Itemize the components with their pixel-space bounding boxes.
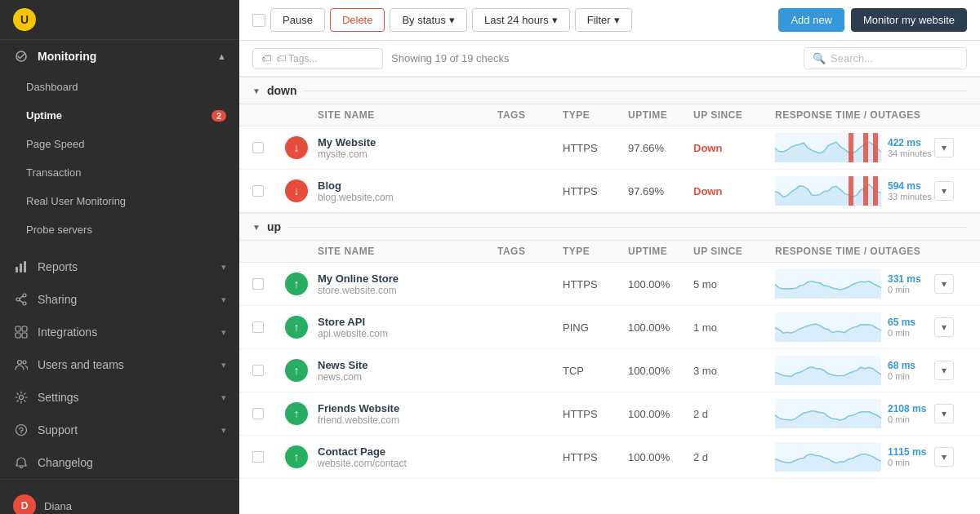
svg-rect-1 [16, 267, 18, 273]
site-name[interactable]: Contact Page [318, 445, 497, 458]
sparkline-chart [775, 176, 881, 206]
sidebar-item-support[interactable]: Support ▾ [0, 414, 239, 446]
table-row: ↑ News Site news.com TCP100.00%3 mo 68 m… [239, 349, 980, 392]
row-action-button[interactable]: ▾ [934, 317, 954, 337]
section-line-down [303, 91, 967, 91]
uptime-cell: 100.00% [628, 451, 693, 463]
col-headers-up: SITE NAMETAGSTYPEUPTIMEUP SINCERESPONSE … [239, 241, 980, 263]
sidebar-item-sharing[interactable]: Sharing ▾ [0, 283, 239, 316]
sidebar-item-users-teams[interactable]: Users and teams ▾ [0, 348, 239, 381]
section-triangle-up[interactable]: ▼ [252, 223, 261, 232]
toolbar-left: Pause Delete By status ▾ Last 24 hours ▾… [252, 8, 772, 32]
table-row: ↑ Store API api.website.com PING100.00%1… [239, 306, 980, 349]
up-since-cell: 1 mo [693, 321, 775, 334]
response-time-info: 68 ms 0 min [888, 360, 915, 381]
sidebar-item-reports[interactable]: Reports ▾ [0, 250, 239, 283]
svg-point-12 [23, 361, 26, 364]
site-name[interactable]: Friends Website [318, 402, 497, 414]
search-box[interactable]: 🔍 Search... [804, 47, 967, 69]
row-checkbox[interactable] [252, 321, 264, 333]
row-action-button[interactable]: ▾ [934, 274, 954, 294]
transaction-label: Transaction [26, 166, 81, 179]
delete-button[interactable]: Delete [330, 8, 385, 32]
uptime-badge: 2 [212, 110, 226, 122]
add-new-button[interactable]: Add new [778, 8, 844, 32]
filter-button[interactable]: Filter ▾ [575, 8, 632, 32]
row-checkbox[interactable] [252, 365, 264, 376]
sidebar-item-settings[interactable]: Settings ▾ [0, 381, 239, 414]
sidebar-item-uptime[interactable]: Uptime 2 [0, 101, 239, 130]
sidebar-bottom: D Diana [0, 479, 239, 514]
response-ms: 65 ms [888, 317, 915, 328]
settings-icon [13, 389, 29, 405]
site-info: Friends Website friend.website.com [318, 402, 497, 426]
sparkline-chart [775, 133, 881, 162]
site-name[interactable]: News Site [318, 359, 497, 371]
changelog-label: Changelog [38, 456, 93, 469]
row-checkbox[interactable] [252, 185, 264, 197]
row-action-button[interactable]: ▾ [934, 181, 954, 201]
site-name[interactable]: My Online Store [318, 273, 497, 285]
monitoring-chevron: ▲ [217, 51, 226, 61]
response-time-info: 594 ms 33 minutes [888, 180, 932, 202]
site-name[interactable]: My Website [318, 136, 497, 148]
col-header-4: TYPE [563, 109, 628, 121]
monitor-website-button[interactable]: Monitor my website [851, 8, 967, 32]
col-header-2[interactable]: SITE NAME [318, 246, 497, 257]
row-checkbox[interactable] [252, 451, 264, 463]
sharing-chevron: ▾ [221, 295, 226, 305]
sidebar-item-dashboard[interactable]: Dashboard [0, 73, 239, 101]
integrations-chevron: ▾ [221, 327, 226, 338]
up-since-cell: 2 d [693, 451, 775, 463]
svg-point-6 [16, 298, 20, 301]
site-info: Contact Page website.com/contact [318, 445, 497, 469]
row-checkbox[interactable] [252, 408, 264, 419]
user-name: Diana [44, 500, 72, 512]
last24-label: Last 24 hours [484, 14, 549, 26]
filters-row: 🏷 🏷 Tags... Showing 19 of 19 checks 🔍 Se… [239, 41, 980, 77]
svg-rect-10 [22, 333, 27, 338]
by-status-label: By status [402, 14, 445, 26]
showing-text: Showing 19 of 19 checks [391, 52, 795, 64]
site-name[interactable]: Blog [318, 179, 497, 192]
sidebar-item-probe[interactable]: Probe servers [0, 215, 239, 244]
response-cell: 2108 ms 0 min [775, 399, 934, 428]
status-indicator-down: ↓ [285, 136, 308, 159]
tags-input[interactable]: 🏷 🏷 Tags... [252, 48, 383, 69]
col-header-3: TAGS [497, 246, 563, 257]
response-cell: 1115 ms 0 min [775, 442, 934, 472]
select-all-checkbox[interactable] [252, 14, 265, 27]
col-header-6: UP SINCE [693, 109, 775, 121]
support-chevron: ▾ [221, 425, 226, 436]
row-action-button[interactable]: ▾ [934, 447, 954, 467]
site-name[interactable]: Store API [318, 316, 497, 328]
sidebar-item-pagespeed[interactable]: Page Speed [0, 130, 239, 158]
row-action-button[interactable]: ▾ [934, 361, 954, 380]
sidebar-item-integrations[interactable]: Integrations ▾ [0, 316, 239, 348]
sidebar-item-transaction[interactable]: Transaction [0, 158, 239, 187]
type-cell: HTTPS [563, 451, 628, 463]
row-checkbox[interactable] [252, 278, 264, 290]
row-action-button[interactable]: ▾ [934, 138, 954, 157]
row-checkbox[interactable] [252, 142, 264, 153]
col-header-3: TAGS [497, 109, 563, 121]
site-url: mysite.com [318, 148, 497, 160]
sidebar-item-changelog[interactable]: Changelog [0, 446, 239, 479]
col-header-2[interactable]: SITE NAME [318, 109, 497, 121]
col-headers-down: SITE NAMETAGSTYPEUPTIMEUP SINCERESPONSE … [239, 104, 980, 126]
pause-button[interactable]: Pause [270, 8, 325, 32]
sidebar-item-monitoring[interactable]: Monitoring ▲ [0, 40, 239, 73]
sidebar-item-rum[interactable]: Real User Monitoring [0, 187, 239, 215]
filter-chevron: ▾ [614, 14, 620, 26]
tag-icon: 🏷 [261, 53, 271, 64]
uptime-cell: 97.69% [628, 185, 693, 197]
row-action-button[interactable]: ▾ [934, 404, 954, 423]
response-sub: 33 minutes [888, 192, 932, 202]
section-title-down: down [267, 84, 297, 97]
by-status-button[interactable]: By status ▾ [390, 8, 466, 32]
users-teams-label: Users and teams [38, 358, 124, 371]
uptime-cell: 100.00% [628, 321, 693, 334]
section-triangle-down[interactable]: ▼ [252, 86, 261, 95]
last24-button[interactable]: Last 24 hours ▾ [472, 8, 570, 32]
user-area[interactable]: D Diana [0, 486, 239, 514]
